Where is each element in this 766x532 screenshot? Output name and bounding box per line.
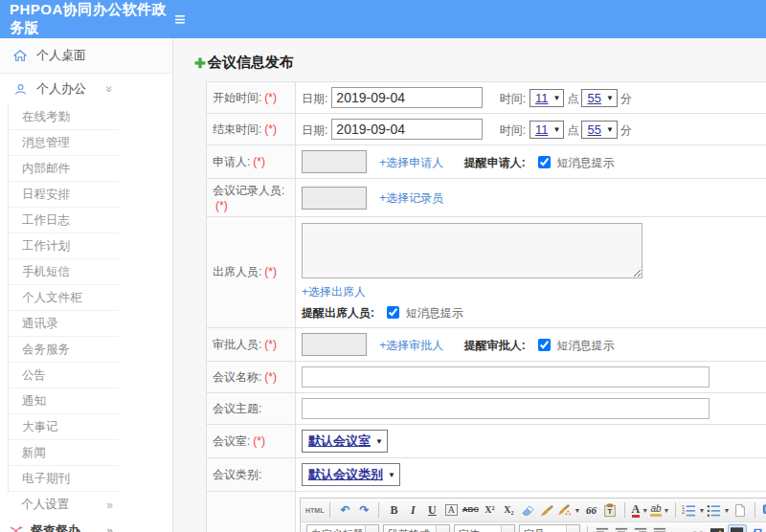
sidebar-item[interactable]: 消息管理 <box>9 130 119 156</box>
custom-title-select[interactable]: 自定义标题▼ <box>306 524 379 532</box>
top-header: PHPOA协同办公软件政务版 ≡ <box>0 0 766 38</box>
undo-icon[interactable]: ↶ <box>336 501 353 520</box>
paste-icon[interactable]: T <box>601 501 619 520</box>
font-color-button[interactable]: A▼ <box>631 501 648 520</box>
end-minute-select[interactable]: 55▼ <box>581 121 617 139</box>
align-justify-icon[interactable] <box>651 525 668 532</box>
end-date-input[interactable] <box>331 119 483 140</box>
highlight-button[interactable]: ab▼ <box>650 501 669 520</box>
meeting-subject-input[interactable] <box>302 398 710 419</box>
sms-checkbox[interactable] <box>387 306 399 319</box>
superscript-button[interactable]: X² <box>481 501 498 520</box>
auto-typeset-icon[interactable]: ▼ <box>557 501 580 520</box>
toolbar-select-label: 字号 <box>520 527 566 532</box>
toolbar-separator <box>624 502 625 518</box>
hour-value: 11 <box>535 122 549 137</box>
chevron-down-icon: ▼ <box>723 507 730 514</box>
form-row-content-editor: HTML↶↷BIUAABCX²X₂▼66TA▼ab▼12▼▼ 自定义标题▼段落格… <box>207 492 766 532</box>
chevron-down-icon: ▼ <box>436 525 449 532</box>
sidebar-item[interactable]: 内部邮件 <box>9 156 119 182</box>
pick-applicant-link[interactable]: +选择申请人 <box>379 156 443 169</box>
sidebar-item[interactable]: 会务服务 <box>9 337 119 363</box>
sidebar-item[interactable]: 公告 <box>9 363 119 388</box>
sidebar-item[interactable]: 个人文件柜 <box>9 285 119 311</box>
main-content: ✚ 会议信息发布 开始时间:(*) 日期: 时间:11▼点55▼分 结束时间:(… <box>173 38 766 532</box>
start-hour-select[interactable]: 11▼ <box>529 89 564 107</box>
italic-button[interactable]: I <box>404 501 421 520</box>
sidebar-item[interactable]: 通知 <box>9 388 119 414</box>
sidebar-item[interactable]: 通讯录 <box>9 311 119 337</box>
form-row-recorder: 会议记录人员:(*) +选择记录员 <box>207 179 766 217</box>
unlink-icon[interactable] <box>689 525 707 532</box>
sidebar-item[interactable]: 在线考勤 <box>9 104 119 130</box>
blockquote-icon[interactable]: 66 <box>582 501 599 520</box>
align-left-icon[interactable] <box>594 525 611 532</box>
attendees-textarea[interactable] <box>302 223 642 278</box>
pick-recorder-link[interactable]: +选择记录员 <box>379 191 443 205</box>
plus-icon: ✚ <box>194 55 206 71</box>
insert-video-icon[interactable] <box>749 525 766 532</box>
pick-approver-link[interactable]: +选择审批人 <box>379 339 443 352</box>
start-date-input[interactable] <box>331 87 483 108</box>
sidebar-item[interactable]: 工作计划 <box>9 233 119 259</box>
html-source-button[interactable]: HTML <box>305 501 324 520</box>
subscript-button[interactable]: X₂ <box>500 501 517 520</box>
minute-value: 55 <box>587 91 600 105</box>
font-family-select[interactable]: 字体▼ <box>454 524 515 532</box>
fullscreen-icon[interactable] <box>761 501 766 520</box>
editor-toolbar-row1: HTML↶↷BIUAABCX²X₂▼66TA▼ab▼12▼▼ <box>300 498 766 521</box>
sidebar-item[interactable]: 日程安排 <box>9 182 119 208</box>
toolbar-separator <box>755 502 755 518</box>
paragraph-format-select[interactable]: 段落格式▼ <box>383 524 450 532</box>
link-icon[interactable] <box>670 525 687 532</box>
approver-input[interactable] <box>302 333 367 356</box>
field-label: 会议名称: <box>213 370 261 384</box>
minute-suffix: 分 <box>620 92 632 105</box>
form-row-meeting-room: 会议室:(*) 默认会议室▼ <box>207 425 766 458</box>
field-label: 审批人员: <box>213 338 261 351</box>
upload-image-icon[interactable] <box>728 524 747 532</box>
sms-checkbox[interactable] <box>538 339 551 351</box>
pick-attendees-link[interactable]: +选择出席人 <box>302 285 366 299</box>
unordered-list-icon[interactable]: ▼ <box>707 501 730 520</box>
start-minute-select[interactable]: 55▼ <box>581 89 617 107</box>
bold-button[interactable]: B <box>385 501 402 520</box>
applicant-input[interactable] <box>302 150 367 173</box>
align-center-icon[interactable] <box>613 525 630 532</box>
format-brush-icon[interactable] <box>538 501 555 520</box>
strikethrough-button[interactable]: ABC <box>462 501 479 520</box>
chevron-down-icon: ▼ <box>566 525 579 532</box>
field-label: 结束时间: <box>213 122 261 136</box>
end-hour-select[interactable]: 11▼ <box>529 121 564 139</box>
font-size-select[interactable]: 字号▼ <box>519 524 580 532</box>
sidebar-item-settings[interactable]: 个人设置 » <box>0 492 172 518</box>
align-right-icon[interactable] <box>632 525 649 532</box>
sidebar-item[interactable]: 手机短信 <box>9 259 119 285</box>
sidebar-item[interactable]: 大事记 <box>9 414 119 440</box>
sms-checkbox[interactable] <box>538 156 551 168</box>
recorder-input[interactable] <box>302 187 367 210</box>
sidebar-item[interactable]: 新闻 <box>9 440 119 466</box>
meeting-name-input[interactable] <box>302 366 710 388</box>
sidebar-item-office[interactable]: 个人办公 » <box>0 74 172 104</box>
sidebar-item-supervise[interactable]: 督查督办 » <box>0 518 172 532</box>
redo-icon[interactable]: ↷ <box>355 501 372 520</box>
eraser-icon[interactable] <box>519 501 536 520</box>
meeting-room-select[interactable]: 默认会议室▼ <box>302 430 388 453</box>
svg-text:2: 2 <box>682 509 685 515</box>
new-page-icon[interactable] <box>732 501 749 520</box>
insert-image-icon[interactable] <box>709 525 726 532</box>
underline-button[interactable]: U <box>423 501 440 520</box>
page-title-text: 会议信息发布 <box>208 54 294 72</box>
sidebar-item[interactable]: 电子期刊 <box>9 466 119 492</box>
sidebar-item-desktop[interactable]: 个人桌面 <box>0 38 172 74</box>
ordered-list-icon[interactable]: 12▼ <box>682 501 705 520</box>
sidebar-item[interactable]: 工作日志 <box>9 208 119 233</box>
meeting-category-select[interactable]: 默认会议类别▼ <box>302 463 400 486</box>
meeting-form: 开始时间:(*) 日期: 时间:11▼点55▼分 结束时间:(*) 日期: 时间… <box>206 81 766 532</box>
font-border-button[interactable]: A <box>442 501 460 520</box>
menu-toggle-icon[interactable]: ≡ <box>174 10 186 29</box>
remind-applicant-label: 提醒申请人: <box>464 156 526 169</box>
form-row-end-time: 结束时间:(*) 日期: 时间:11▼点55▼分 <box>207 114 766 145</box>
chevron-down-icon: ▼ <box>664 507 670 514</box>
